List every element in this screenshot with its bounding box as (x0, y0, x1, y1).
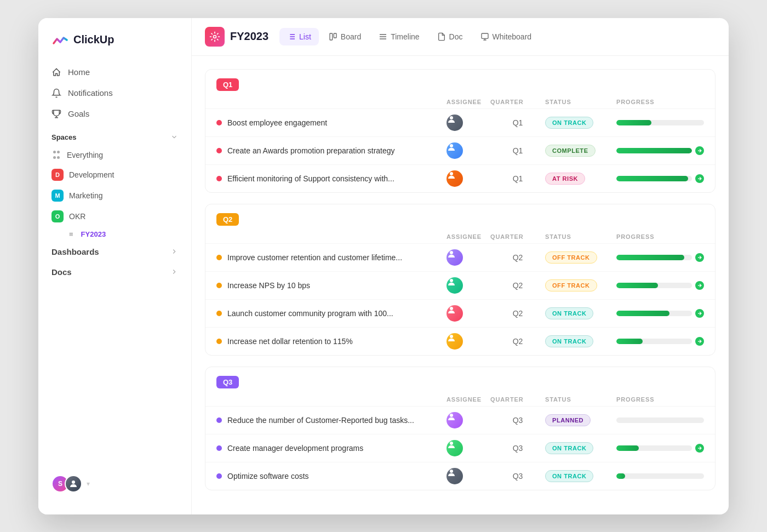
row-status: OFF TRACK (545, 251, 616, 264)
table-row[interactable]: Improve customer retention and customer … (205, 243, 715, 271)
row-quarter: Q1 (490, 174, 545, 183)
row-status: PLANNED (545, 414, 616, 426)
sidebar-item-docs[interactable]: Docs (38, 262, 191, 282)
progress-bar-bg (616, 445, 692, 451)
sidebar-item-marketing[interactable]: M Marketing (45, 185, 185, 206)
sidebar-item-dashboards[interactable]: Dashboards (38, 242, 191, 262)
col-progress: PROGRESS (616, 396, 704, 403)
topbar: FY2023 List Board Timeline Doc Whiteb (192, 18, 729, 56)
row-status: ON TRACK (545, 307, 616, 319)
table-row[interactable]: Increase net dollar retention to 115% Q2… (205, 327, 715, 355)
table-row[interactable]: Create an Awards promotion preparation s… (205, 136, 715, 164)
row-dot (216, 417, 222, 423)
progress-bar-wrap (616, 473, 704, 479)
row-assignee (447, 305, 490, 322)
tab-list[interactable]: List (279, 28, 319, 45)
main-content: FY2023 List Board Timeline Doc Whiteb (192, 18, 729, 514)
sidebar-item-goals[interactable]: Goals (45, 104, 185, 124)
list-icon (287, 32, 296, 41)
row-assignee (447, 249, 490, 266)
q2-section: Q2 ASSIGNEE QUARTER STATUS PROGRESS Impr… (205, 204, 716, 356)
sidebar-item-okr-label: OKR (69, 212, 85, 221)
q1-badge: Q1 (216, 78, 239, 91)
row-name: Create an Awards promotion preparation s… (216, 146, 447, 155)
table-row[interactable]: Optimize software costs Q3 ON TRACK (205, 462, 715, 490)
avatar (447, 440, 463, 456)
sidebar-item-goals-label: Goals (68, 109, 89, 118)
progress-bar-fill (616, 311, 669, 316)
status-badge: ON TRACK (545, 442, 593, 454)
progress-bar-bg (616, 417, 704, 423)
sidebar: ClickUp Home Notifications Goals Spaces (38, 18, 192, 514)
row-quarter: Q2 (490, 281, 545, 290)
status-badge: ON TRACK (545, 335, 593, 347)
row-assignee (447, 333, 490, 350)
row-dot (216, 339, 222, 344)
row-quarter: Q3 (490, 416, 545, 425)
progress-bar-wrap (616, 253, 704, 262)
sidebar-footer: S ▾ (38, 466, 191, 501)
content-area: Q1 ASSIGNEE QUARTER STATUS PROGRESS Boos… (192, 56, 729, 514)
row-status: OFF TRACK (545, 279, 616, 291)
row-quarter: Q2 (490, 253, 545, 262)
table-row[interactable]: Launch customer community program with 1… (205, 299, 715, 327)
progress-bar-fill (616, 283, 658, 288)
sidebar-item-notifications[interactable]: Notifications (45, 83, 185, 104)
table-row[interactable]: Create manager development programs Q3 O… (205, 434, 715, 462)
row-name: Improve customer retention and customer … (216, 253, 447, 262)
progress-arrow (695, 337, 704, 346)
avatar (447, 170, 463, 187)
row-status: ON TRACK (545, 335, 616, 347)
col-status: STATUS (545, 233, 616, 240)
sidebar-item-development[interactable]: D Development (45, 164, 185, 185)
avatar (447, 412, 463, 428)
tab-whiteboard[interactable]: Whiteboard (473, 28, 540, 45)
progress-bar-wrap (616, 146, 704, 155)
row-quarter: Q1 (490, 118, 545, 127)
q3-section-header: Q3 (205, 367, 715, 393)
progress-bar-fill (616, 445, 639, 451)
sidebar-item-okr[interactable]: O OKR (45, 206, 185, 227)
tab-list-label: List (299, 32, 311, 41)
progress-bar-bg (616, 255, 692, 260)
table-row[interactable]: Efficient monitoring of Support consiste… (205, 164, 715, 192)
row-dot (216, 176, 222, 181)
progress-bar-fill (616, 148, 692, 153)
row-dot (216, 255, 222, 260)
progress-bar-fill (616, 255, 684, 260)
topbar-title: FY2023 (230, 30, 268, 43)
sidebar-item-home[interactable]: Home (45, 62, 185, 83)
progress-arrow (695, 174, 704, 183)
tab-timeline[interactable]: Timeline (371, 28, 427, 45)
svg-rect-9 (334, 33, 336, 38)
row-dot (216, 311, 222, 316)
table-row[interactable]: Boost employee engagement Q1 ON TRACK (205, 108, 715, 136)
row-status: ON TRACK (545, 442, 616, 454)
development-space-icon: D (51, 169, 64, 181)
progress-bar-wrap (616, 120, 704, 125)
q3-badge: Q3 (216, 376, 239, 388)
table-row[interactable]: Reduce the number of Customer-Reported b… (205, 406, 715, 434)
svg-point-22 (450, 335, 453, 338)
row-quarter: Q3 (490, 472, 545, 480)
col-progress: PROGRESS (616, 233, 704, 240)
doc-icon (437, 32, 446, 41)
progress-bar-fill (616, 339, 643, 344)
sidebar-item-everything[interactable]: Everything (45, 146, 185, 164)
svg-point-18 (450, 172, 453, 175)
svg-point-1 (214, 35, 216, 38)
progress-bar-wrap (616, 309, 704, 318)
svg-rect-8 (330, 33, 333, 40)
tab-doc[interactable]: Doc (430, 28, 471, 45)
tab-board[interactable]: Board (321, 28, 369, 45)
sidebar-item-fy2023-label: FY2023 (81, 230, 106, 238)
row-quarter: Q1 (490, 146, 545, 155)
q1-section: Q1 ASSIGNEE QUARTER STATUS PROGRESS Boos… (205, 69, 716, 193)
row-assignee (447, 142, 490, 159)
avatar (447, 468, 463, 484)
avatar (447, 333, 463, 350)
sidebar-item-fy2023[interactable]: ≡ FY2023 (45, 227, 185, 242)
svg-point-0 (72, 480, 75, 484)
avatar-user (65, 475, 82, 493)
table-row[interactable]: Increase NPS by 10 bps Q2 OFF TRACK (205, 271, 715, 299)
